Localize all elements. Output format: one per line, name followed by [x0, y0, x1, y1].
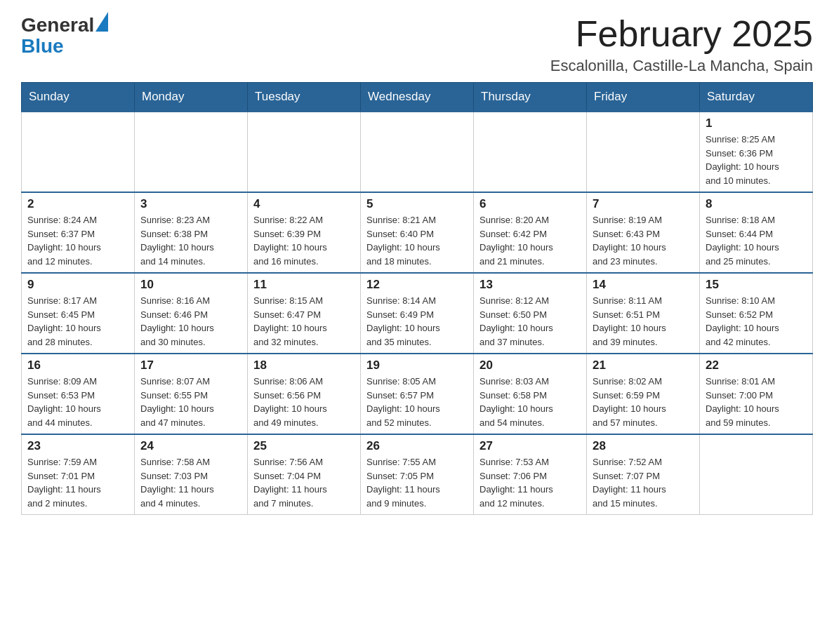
day-number: 28 [593, 439, 694, 453]
header-tuesday: Tuesday [248, 83, 361, 112]
header-friday: Friday [587, 83, 700, 112]
calendar-week-row: 16Sunrise: 8:09 AM Sunset: 6:53 PM Dayli… [22, 354, 813, 434]
day-number: 6 [479, 197, 581, 211]
table-row: 9Sunrise: 8:17 AM Sunset: 6:45 PM Daylig… [22, 273, 135, 354]
day-number: 18 [253, 358, 355, 373]
table-row: 22Sunrise: 8:01 AM Sunset: 7:00 PM Dayli… [700, 354, 813, 434]
day-number: 19 [366, 358, 468, 373]
header-wednesday: Wednesday [361, 83, 474, 112]
day-number: 17 [140, 358, 241, 373]
day-info: Sunrise: 8:23 AM Sunset: 6:38 PM Dayligh… [140, 213, 241, 268]
table-row: 14Sunrise: 8:11 AM Sunset: 6:51 PM Dayli… [587, 273, 700, 354]
day-info: Sunrise: 8:17 AM Sunset: 6:45 PM Dayligh… [27, 294, 128, 349]
day-number: 27 [479, 439, 581, 453]
table-row [248, 112, 361, 192]
day-number: 14 [593, 278, 694, 292]
table-row: 25Sunrise: 7:56 AM Sunset: 7:04 PM Dayli… [248, 434, 361, 515]
table-row: 18Sunrise: 8:06 AM Sunset: 6:56 PM Dayli… [248, 354, 361, 434]
day-info: Sunrise: 8:12 AM Sunset: 6:50 PM Dayligh… [479, 294, 581, 349]
day-info: Sunrise: 7:52 AM Sunset: 7:07 PM Dayligh… [593, 455, 694, 510]
day-info: Sunrise: 8:18 AM Sunset: 6:44 PM Dayligh… [706, 213, 807, 268]
day-info: Sunrise: 8:25 AM Sunset: 6:36 PM Dayligh… [706, 133, 807, 187]
day-info: Sunrise: 7:58 AM Sunset: 7:03 PM Dayligh… [140, 455, 241, 510]
day-number: 7 [593, 197, 694, 211]
header-monday: Monday [135, 83, 248, 112]
table-row: 13Sunrise: 8:12 AM Sunset: 6:50 PM Dayli… [474, 273, 587, 354]
table-row: 21Sunrise: 8:02 AM Sunset: 6:59 PM Dayli… [587, 354, 700, 434]
table-row: 10Sunrise: 8:16 AM Sunset: 6:46 PM Dayli… [135, 273, 248, 354]
day-number: 4 [253, 197, 355, 211]
day-info: Sunrise: 8:20 AM Sunset: 6:42 PM Dayligh… [479, 213, 581, 268]
table-row: 17Sunrise: 8:07 AM Sunset: 6:55 PM Dayli… [135, 354, 248, 434]
table-row [474, 112, 587, 192]
day-info: Sunrise: 8:03 AM Sunset: 6:58 PM Dayligh… [479, 375, 581, 429]
logo-triangle-icon [95, 12, 108, 32]
day-info: Sunrise: 8:01 AM Sunset: 7:00 PM Dayligh… [706, 375, 807, 429]
logo: General Blue [21, 14, 108, 56]
day-number: 15 [706, 278, 807, 292]
table-row [22, 112, 135, 192]
day-number: 1 [706, 116, 807, 130]
table-row: 26Sunrise: 7:55 AM Sunset: 7:05 PM Dayli… [361, 434, 474, 515]
logo-blue: Blue [21, 36, 108, 56]
day-info: Sunrise: 8:15 AM Sunset: 6:47 PM Dayligh… [253, 294, 355, 349]
day-info: Sunrise: 8:05 AM Sunset: 6:57 PM Dayligh… [366, 375, 468, 429]
table-row: 6Sunrise: 8:20 AM Sunset: 6:42 PM Daylig… [474, 192, 587, 273]
day-number: 10 [140, 278, 241, 292]
calendar-week-row: 23Sunrise: 7:59 AM Sunset: 7:01 PM Dayli… [22, 434, 813, 515]
table-row [700, 434, 813, 515]
table-row: 2Sunrise: 8:24 AM Sunset: 6:37 PM Daylig… [22, 192, 135, 273]
table-row: 8Sunrise: 8:18 AM Sunset: 6:44 PM Daylig… [700, 192, 813, 273]
day-info: Sunrise: 8:07 AM Sunset: 6:55 PM Dayligh… [140, 375, 241, 429]
table-row: 19Sunrise: 8:05 AM Sunset: 6:57 PM Dayli… [361, 354, 474, 434]
day-info: Sunrise: 8:11 AM Sunset: 6:51 PM Dayligh… [593, 294, 694, 349]
table-row [135, 112, 248, 192]
day-info: Sunrise: 8:10 AM Sunset: 6:52 PM Dayligh… [706, 294, 807, 349]
header-saturday: Saturday [700, 83, 813, 112]
day-number: 22 [706, 358, 807, 373]
day-number: 12 [366, 278, 468, 292]
day-info: Sunrise: 7:56 AM Sunset: 7:04 PM Dayligh… [253, 455, 355, 510]
logo-general: General [21, 14, 94, 36]
table-row: 20Sunrise: 8:03 AM Sunset: 6:58 PM Dayli… [474, 354, 587, 434]
table-row: 7Sunrise: 8:19 AM Sunset: 6:43 PM Daylig… [587, 192, 700, 273]
table-row: 15Sunrise: 8:10 AM Sunset: 6:52 PM Dayli… [700, 273, 813, 354]
calendar-week-row: 2Sunrise: 8:24 AM Sunset: 6:37 PM Daylig… [22, 192, 813, 273]
day-info: Sunrise: 8:06 AM Sunset: 6:56 PM Dayligh… [253, 375, 355, 429]
table-row: 23Sunrise: 7:59 AM Sunset: 7:01 PM Dayli… [22, 434, 135, 515]
day-number: 24 [140, 439, 241, 453]
table-row: 1Sunrise: 8:25 AM Sunset: 6:36 PM Daylig… [700, 112, 813, 192]
day-number: 16 [27, 358, 128, 373]
header-sunday: Sunday [22, 83, 135, 112]
table-row: 12Sunrise: 8:14 AM Sunset: 6:49 PM Dayli… [361, 273, 474, 354]
day-info: Sunrise: 8:22 AM Sunset: 6:39 PM Dayligh… [253, 213, 355, 268]
day-number: 5 [366, 197, 468, 211]
table-row: 28Sunrise: 7:52 AM Sunset: 7:07 PM Dayli… [587, 434, 700, 515]
day-info: Sunrise: 7:55 AM Sunset: 7:05 PM Dayligh… [366, 455, 468, 510]
day-info: Sunrise: 8:14 AM Sunset: 6:49 PM Dayligh… [366, 294, 468, 349]
day-number: 3 [140, 197, 241, 211]
day-number: 13 [479, 278, 581, 292]
table-row: 3Sunrise: 8:23 AM Sunset: 6:38 PM Daylig… [135, 192, 248, 273]
calendar-week-row: 1Sunrise: 8:25 AM Sunset: 6:36 PM Daylig… [22, 112, 813, 192]
page-header: General Blue February 2025 Escalonilla, … [21, 14, 813, 75]
title-section: February 2025 Escalonilla, Castille-La M… [550, 14, 813, 75]
day-info: Sunrise: 7:53 AM Sunset: 7:06 PM Dayligh… [479, 455, 581, 510]
day-number: 23 [27, 439, 128, 453]
day-info: Sunrise: 8:19 AM Sunset: 6:43 PM Dayligh… [593, 213, 694, 268]
calendar-header-row: Sunday Monday Tuesday Wednesday Thursday… [22, 83, 813, 112]
day-info: Sunrise: 8:16 AM Sunset: 6:46 PM Dayligh… [140, 294, 241, 349]
table-row: 24Sunrise: 7:58 AM Sunset: 7:03 PM Dayli… [135, 434, 248, 515]
table-row [361, 112, 474, 192]
header-thursday: Thursday [474, 83, 587, 112]
day-number: 2 [27, 197, 128, 211]
day-info: Sunrise: 8:02 AM Sunset: 6:59 PM Dayligh… [593, 375, 694, 429]
day-number: 8 [706, 197, 807, 211]
calendar-table: Sunday Monday Tuesday Wednesday Thursday… [21, 82, 813, 515]
day-number: 9 [27, 278, 128, 292]
day-number: 20 [479, 358, 581, 373]
day-number: 11 [253, 278, 355, 292]
calendar-week-row: 9Sunrise: 8:17 AM Sunset: 6:45 PM Daylig… [22, 273, 813, 354]
day-number: 21 [593, 358, 694, 373]
table-row [587, 112, 700, 192]
